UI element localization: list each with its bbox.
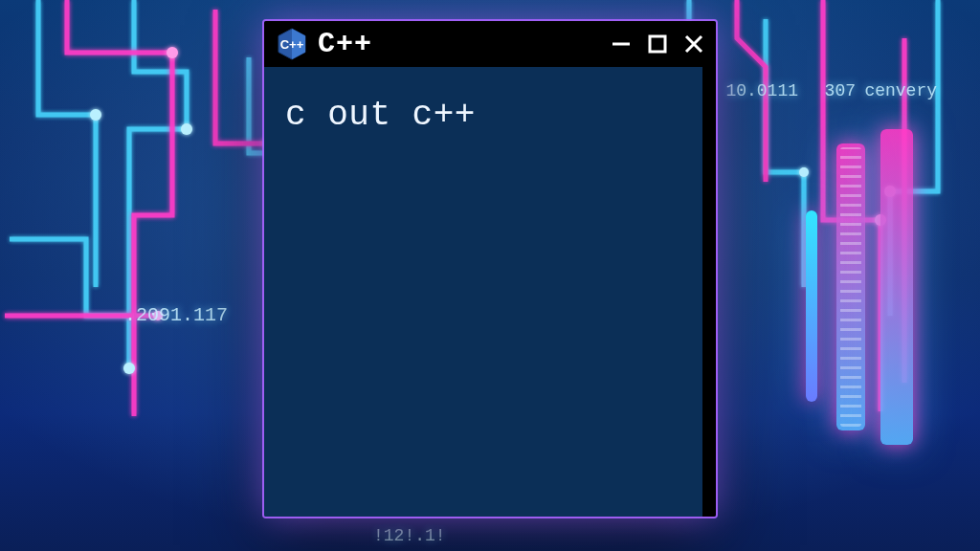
background-deco-text: !12!.1! <box>373 526 446 545</box>
window-controls <box>611 33 704 55</box>
neon-bar <box>880 129 913 445</box>
terminal-window: C++ C++ c out c++ <box>264 21 716 517</box>
minimize-button[interactable] <box>611 33 632 55</box>
terminal-output-line: c out c++ <box>285 96 681 135</box>
svg-point-5 <box>799 167 809 177</box>
background-deco-text: 10.0111 <box>725 81 798 100</box>
titlebar[interactable]: C++ C++ <box>264 21 716 67</box>
window-title: C++ <box>318 28 599 60</box>
background-deco-text: 307 <box>825 81 856 100</box>
maximize-button[interactable] <box>647 33 668 55</box>
svg-point-0 <box>90 109 101 121</box>
svg-point-2 <box>123 363 135 374</box>
svg-point-1 <box>181 123 192 135</box>
cpp-logo-icon: C++ <box>278 28 306 60</box>
svg-rect-14 <box>650 36 665 52</box>
svg-text:C++: C++ <box>280 37 304 52</box>
neon-bar <box>806 210 817 402</box>
background-deco-text: .2091.117 <box>124 304 228 326</box>
neon-bar <box>836 143 865 430</box>
close-button[interactable] <box>683 33 704 55</box>
terminal-body[interactable]: c out c++ <box>264 67 716 517</box>
background-deco-text: cenvery <box>864 81 937 100</box>
svg-point-6 <box>167 47 178 58</box>
scene-root: .2091.117 10.0111 307 cenvery !12!.1! C+… <box>0 0 980 551</box>
